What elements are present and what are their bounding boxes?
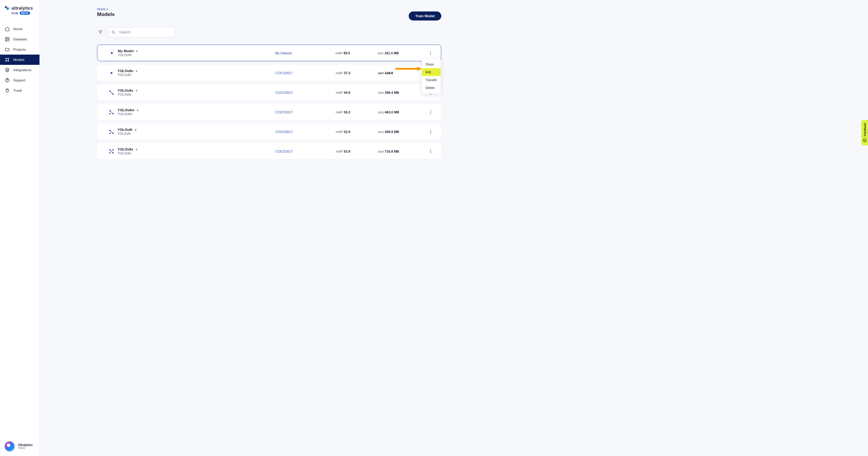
row-menu-button[interactable]: [426, 51, 435, 55]
nav-home[interactable]: Home: [0, 24, 39, 34]
svg-point-45: [430, 133, 431, 134]
model-arch: YOLOv8n: [118, 73, 276, 77]
menu-edit[interactable]: Edit: [422, 68, 441, 76]
model-map: mAP50.2: [336, 110, 378, 114]
status-indicator: [105, 72, 118, 74]
more-icon: [430, 110, 431, 114]
model-dataset[interactable]: COCO2017: [276, 110, 336, 114]
svg-point-50: [113, 149, 114, 150]
folder-icon: [5, 47, 10, 52]
model-arch: YOLOv8x: [118, 151, 276, 155]
model-size: size716.8 MB: [378, 150, 426, 153]
svg-rect-42: [135, 130, 136, 131]
model-size: size458.9 MB: [378, 130, 426, 134]
model-name: YOLOv8l: [118, 128, 132, 132]
model-name: YOLOv8s: [118, 89, 133, 92]
model-arch: YOLOv8n: [118, 53, 275, 57]
svg-rect-51: [135, 149, 137, 150]
model-row[interactable]: YOLOv8n YOLOv8n COCO2017 mAP37.3 size118…: [97, 65, 441, 81]
model-dataset[interactable]: COCO2017: [276, 150, 336, 153]
svg-point-4: [6, 58, 7, 59]
page-title: Models: [97, 11, 115, 18]
model-row[interactable]: YOLOv8m YOLOv8m COCO2017 mAP50.2 size463…: [97, 104, 441, 120]
svg-point-41: [110, 133, 111, 134]
svg-rect-19: [136, 71, 137, 72]
breadcrumb-home[interactable]: Home: [97, 7, 105, 11]
model-name: YOLOv8n: [118, 69, 133, 73]
svg-point-32: [113, 113, 114, 114]
brand-name: ultralytics: [11, 6, 33, 10]
model-row[interactable]: YOLOv8l YOLOv8l COCO2017 mAP52.9 size458…: [97, 124, 441, 140]
model-dataset[interactable]: COCO2017: [276, 91, 336, 94]
nav-label: Projects: [13, 48, 26, 51]
model-row[interactable]: My Model YOLOv8n My Dataset mAP89.5 size…: [97, 45, 441, 61]
nav-label: Home: [13, 27, 23, 31]
row-menu-button[interactable]: [426, 149, 435, 153]
svg-point-29: [430, 93, 431, 94]
svg-point-36: [430, 112, 431, 113]
row-menu-button[interactable]: [426, 130, 435, 134]
help-icon: [5, 78, 10, 83]
svg-point-24: [110, 90, 111, 91]
grid-icon: [5, 57, 10, 62]
more-icon: [430, 51, 431, 55]
search-input[interactable]: [108, 27, 175, 37]
more-icon: [430, 149, 431, 153]
svg-point-3: [6, 38, 7, 39]
logo[interactable]: ultralytics HUB BETA: [0, 0, 39, 18]
model-name-block: YOLOv8x YOLOv8x: [118, 147, 276, 155]
model-name: My Model: [118, 49, 133, 53]
lock-icon: [135, 69, 138, 73]
menu-transfer[interactable]: Transfer: [422, 76, 441, 84]
svg-point-39: [110, 130, 111, 131]
svg-point-44: [430, 131, 431, 132]
model-dataset[interactable]: My Dataset: [275, 51, 336, 55]
nav-trash[interactable]: Trash: [0, 85, 39, 95]
nav-integrations[interactable]: Integrations: [0, 65, 39, 75]
nav-label: Support: [13, 78, 25, 82]
nav-models[interactable]: Models: [0, 55, 39, 65]
model-map: mAP44.9: [336, 91, 378, 94]
svg-line-14: [114, 33, 115, 34]
svg-point-18: [430, 54, 431, 55]
model-name: YOLOv8x: [118, 147, 133, 151]
svg-point-16: [430, 51, 431, 52]
nav-support[interactable]: Support: [0, 75, 39, 85]
model-size: size463.0 MB: [378, 110, 426, 114]
model-row[interactable]: YOLOv8x YOLOv8x COCO2017 mAP53.9 size716…: [97, 143, 441, 159]
nav-datasets[interactable]: Datasets: [0, 34, 39, 44]
svg-point-54: [430, 152, 431, 153]
svg-point-0: [5, 6, 7, 8]
model-name: YOLOv8m: [118, 108, 134, 112]
svg-point-17: [430, 53, 431, 53]
model-map: mAP89.5: [336, 51, 378, 55]
lock-icon: [134, 128, 137, 131]
nav-label: Trash: [13, 89, 22, 92]
svg-point-7: [8, 61, 9, 61]
svg-point-43: [430, 130, 431, 131]
model-dataset[interactable]: COCO2017: [276, 130, 336, 134]
sidebar: ultralytics HUB BETA Home Datasets Proje…: [0, 0, 40, 240]
logo-icon: [4, 5, 10, 11]
nav: Home Datasets Projects Models Integratio…: [0, 24, 39, 95]
menu-delete[interactable]: Delete: [422, 84, 441, 92]
row-menu-button[interactable]: [426, 110, 435, 114]
model-map: mAP53.9: [336, 150, 378, 153]
filter-button[interactable]: [97, 29, 104, 36]
nav-label: Datasets: [13, 37, 27, 41]
model-arch: YOLOv8m: [118, 112, 276, 116]
search-wrap: [108, 27, 175, 37]
svg-point-53: [430, 151, 431, 152]
layers-icon: [5, 67, 10, 73]
svg-point-31: [110, 110, 111, 111]
svg-rect-26: [135, 90, 137, 92]
svg-point-40: [113, 133, 114, 134]
menu-share[interactable]: Share: [422, 60, 441, 68]
nav-projects[interactable]: Projects: [0, 44, 39, 55]
model-row[interactable]: YOLOv8s YOLOv8s COCO2017 mAP44.9 size308…: [97, 84, 441, 101]
model-dataset[interactable]: COCO2017: [276, 71, 336, 75]
svg-point-47: [110, 149, 111, 150]
model-name-block: My Model YOLOv8n: [118, 49, 275, 57]
train-model-button[interactable]: Train Model: [409, 11, 441, 21]
nav-label: Integrations: [13, 68, 31, 72]
